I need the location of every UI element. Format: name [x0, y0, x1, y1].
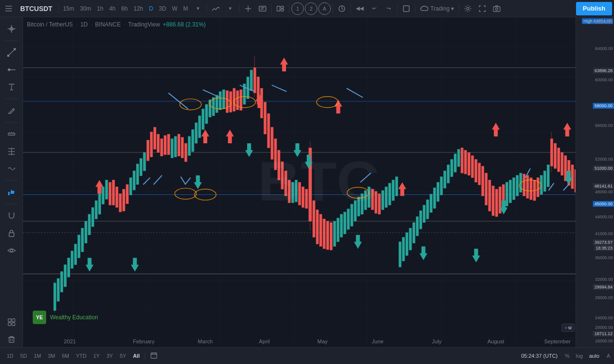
pencil-tool[interactable]	[4, 103, 19, 118]
svg-rect-133	[267, 113, 270, 148]
svg-rect-91	[126, 185, 128, 204]
expand-legend[interactable]: » w	[562, 324, 575, 332]
fullscreen[interactable]	[476, 2, 489, 15]
range-6m[interactable]: 6M	[59, 352, 72, 360]
opt-percent[interactable]: %	[563, 352, 572, 360]
svg-rect-153	[333, 221, 336, 246]
watchlist[interactable]	[4, 314, 19, 330]
trend-line-tool[interactable]	[4, 45, 19, 60]
opt-log[interactable]: log	[574, 352, 586, 360]
svg-rect-203	[506, 182, 508, 206]
fullscreen-chart[interactable]	[400, 2, 413, 15]
indicator-templates[interactable]	[256, 2, 269, 15]
magnet-tool[interactable]	[4, 208, 19, 224]
sep4	[271, 4, 272, 13]
tf-3D[interactable]: 3D	[156, 2, 168, 15]
fib-tool[interactable]	[4, 144, 19, 159]
chart-type-line[interactable]	[209, 2, 223, 15]
calendar-icon-btn[interactable]	[148, 351, 160, 361]
svg-line-262	[272, 85, 287, 91]
svg-rect-82	[95, 201, 98, 219]
thumbsup[interactable]	[4, 185, 19, 200]
redo[interactable]: ↪	[382, 2, 395, 15]
tf-dropdown[interactable]: ▾	[191, 2, 205, 15]
wave-tool[interactable]	[4, 161, 19, 176]
svg-rect-76	[75, 244, 77, 265]
chart-type-dropdown[interactable]: ▾	[224, 2, 237, 15]
settings-gear[interactable]	[461, 2, 475, 15]
tf-12h[interactable]: 12h	[131, 2, 146, 15]
tf-D[interactable]: D	[147, 2, 156, 15]
tf-4h[interactable]: 4h	[107, 2, 118, 15]
tf-W[interactable]: W	[170, 2, 180, 15]
svg-rect-210	[530, 177, 532, 200]
crosshair-tool[interactable]	[4, 21, 19, 37]
svg-rect-77	[78, 235, 80, 258]
publish-button[interactable]: Publish	[576, 2, 612, 15]
layouts[interactable]	[274, 2, 287, 15]
svg-rect-3	[259, 6, 266, 11]
svg-marker-242	[492, 123, 500, 137]
svg-rect-208	[523, 174, 526, 196]
svg-rect-74	[67, 258, 70, 277]
tf-15m[interactable]: 15m	[61, 2, 76, 15]
camera[interactable]	[490, 2, 503, 15]
range-5y[interactable]: 5Y	[117, 352, 129, 360]
svg-rect-172	[399, 242, 401, 267]
lock-tool[interactable]	[4, 226, 19, 241]
svg-text:May: May	[317, 339, 328, 345]
range-3y[interactable]: 3Y	[103, 352, 115, 360]
svg-rect-204	[509, 180, 512, 203]
eye-tool[interactable]	[4, 243, 19, 258]
svg-rect-219	[557, 148, 560, 172]
svg-rect-174	[406, 233, 408, 256]
svg-text:April: April	[259, 339, 270, 345]
opt-auto[interactable]: auto	[587, 352, 601, 360]
svg-rect-86	[109, 182, 111, 205]
svg-rect-168	[385, 187, 388, 208]
svg-rect-69	[53, 283, 56, 311]
tf-6h[interactable]: 6h	[119, 2, 130, 15]
svg-rect-175	[409, 228, 412, 250]
undo[interactable]: ↩	[367, 2, 381, 15]
sep8	[397, 4, 398, 13]
range-all[interactable]: All	[130, 352, 142, 360]
range-5d[interactable]: 5D	[17, 352, 30, 360]
clock-icon[interactable]	[335, 2, 349, 15]
svg-rect-78	[81, 228, 84, 252]
circle-2[interactable]: 2	[305, 2, 317, 15]
range-1m[interactable]: 1M	[31, 352, 44, 360]
svg-point-19	[14, 48, 16, 50]
svg-rect-188	[454, 154, 456, 172]
current-time: 05:24:37 (UTC)	[521, 353, 558, 359]
fast-backward[interactable]: ◀◀	[353, 2, 366, 15]
tf-1h[interactable]: 1h	[95, 2, 106, 15]
menu-button[interactable]	[2, 2, 15, 15]
range-3m[interactable]: 3M	[45, 352, 58, 360]
range-1d[interactable]: 1D	[4, 352, 16, 360]
svg-marker-245	[86, 258, 93, 272]
circle-A[interactable]: A	[318, 2, 331, 15]
price-18711: 18711.12	[593, 331, 614, 337]
horizontal-line-tool[interactable]	[4, 62, 19, 77]
svg-rect-218	[554, 143, 556, 168]
trading-text: Trading	[430, 5, 450, 12]
range-ytd[interactable]: YTD	[73, 352, 89, 360]
svg-rect-8	[281, 9, 284, 11]
svg-rect-36	[12, 319, 15, 322]
add-indicator[interactable]	[241, 2, 255, 15]
chart-area[interactable]: Bitcoin / TetherUS · 1D · BINANCE · Trad…	[23, 17, 614, 347]
tf-M[interactable]: M	[181, 2, 190, 15]
svg-rect-12	[493, 7, 500, 12]
range-1y[interactable]: 1Y	[90, 352, 102, 360]
ruler-tool[interactable]	[4, 126, 19, 142]
svg-rect-40	[9, 338, 14, 342]
tf-30m[interactable]: 30m	[77, 2, 93, 15]
svg-rect-71	[57, 278, 60, 301]
text-tool[interactable]	[4, 79, 19, 95]
svg-rect-220	[561, 152, 563, 176]
circle-1[interactable]: 1	[291, 2, 304, 15]
chart-options: % log auto	[563, 352, 602, 360]
cloud-trading[interactable]: Publish Trading ▾	[417, 5, 457, 12]
trash-tool[interactable]	[4, 332, 19, 347]
